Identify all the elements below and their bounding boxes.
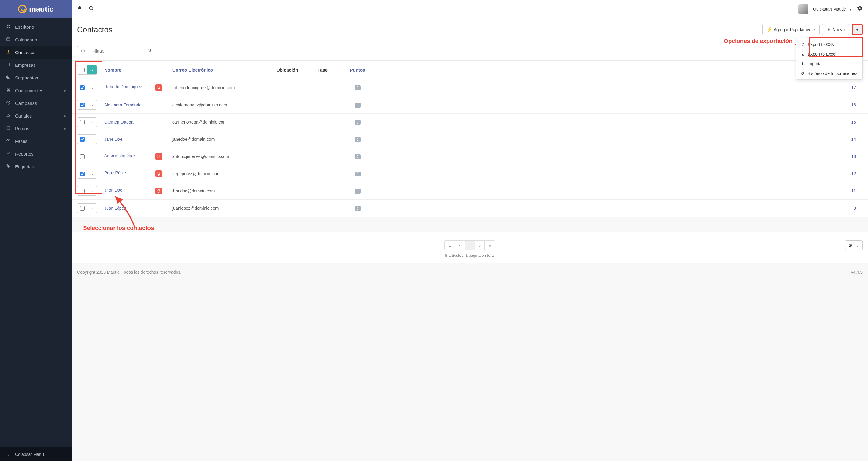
contact-id-link[interactable]: 17 [851, 85, 856, 90]
row-checkbox[interactable] [80, 86, 85, 90]
sidebar-item-empresas[interactable]: Empresas [0, 59, 72, 71]
pager-prev[interactable]: ‹ [455, 241, 465, 250]
pager-first[interactable]: « [444, 241, 455, 250]
svg-rect-3 [8, 27, 10, 28]
contact-name-link[interactable]: Roberto Domínguez [104, 84, 142, 89]
plus-icon: ＋ [827, 27, 831, 32]
sidebar-item-fases[interactable]: Fases [0, 135, 72, 147]
th-phase[interactable]: Fase [314, 61, 342, 79]
contact-id-link[interactable]: 12 [851, 171, 856, 176]
sidebar-item-campañas[interactable]: Campañas [0, 97, 72, 109]
pager-current[interactable]: 1 [465, 241, 475, 250]
th-email[interactable]: Correo Electrónico [168, 61, 273, 79]
select-all-checkbox[interactable] [80, 68, 85, 72]
sidebar-item-calendario[interactable]: Calendario [0, 33, 72, 46]
filter-search-button[interactable] [143, 45, 156, 56]
points-badge: 0 [354, 154, 361, 159]
contact-id-link[interactable]: 13 [851, 154, 856, 159]
logo[interactable]: mautic [0, 0, 72, 18]
row-actions-toggle[interactable]: ⌄ [87, 169, 97, 178]
contact-phase [314, 96, 342, 113]
select-all-actions[interactable]: ⌄ [87, 65, 97, 74]
puzzle-icon [5, 88, 11, 93]
contact-phase [314, 79, 342, 96]
row-actions-toggle[interactable]: ⌄ [87, 152, 97, 161]
sidebar-item-canales[interactable]: Canales ▶ [0, 109, 72, 122]
import-item[interactable]: ⬆ Importar [796, 59, 862, 69]
sidebar-item-reportes[interactable]: Reportes [0, 147, 72, 160]
contact-name-link[interactable]: Jhon Doe [104, 188, 122, 192]
contact-email: alexfernandez@dominio.com [168, 96, 273, 113]
row-checkbox[interactable] [80, 120, 85, 125]
pager-next[interactable]: › [475, 241, 485, 250]
contact-id-link[interactable]: 11 [851, 189, 856, 193]
sidebar-item-label: Canales [15, 113, 32, 119]
contact-email: janedoe@domain.com [168, 131, 273, 148]
contact-name-link[interactable]: Antonio Jiménez [104, 153, 136, 158]
export-excel-item[interactable]: 🗎 Export to Excel [796, 49, 862, 59]
table-row: ⌄ Jhon Doe @ jhondoe@domain.com 0 11 [72, 183, 868, 200]
filter-help-button[interactable] [77, 46, 89, 56]
row-checkbox[interactable] [80, 206, 85, 210]
contact-id-link[interactable]: 14 [851, 137, 856, 142]
export-csv-item[interactable]: 🗎 Export to CSV [796, 40, 862, 49]
th-name[interactable]: Nombre [101, 61, 168, 79]
sidebar-item-escritorio[interactable]: Escritorio [0, 21, 72, 33]
nav-collapse[interactable]: ‹ Colapsar Menú [0, 448, 72, 461]
contact-name-link[interactable]: Carmen Ortega [104, 120, 133, 125]
row-actions-toggle[interactable]: ⌄ [87, 118, 97, 127]
table-row: ⌄ Alejandro Fernández alexfernandez@domi… [72, 96, 868, 113]
row-actions-toggle[interactable]: ⌄ [87, 100, 97, 109]
table-row: ⌄ Jane Doe janedoe@domain.com 0 14 [72, 131, 868, 148]
row-actions-toggle[interactable]: ⌄ [87, 204, 97, 213]
search-icon[interactable] [89, 6, 94, 12]
sidebar-item-contactos[interactable]: Contactos [0, 46, 72, 59]
notifications-icon[interactable] [77, 6, 82, 12]
row-checkbox[interactable] [80, 137, 85, 142]
th-location[interactable]: Ubicación [273, 61, 314, 79]
contact-id-link[interactable]: 3 [854, 206, 856, 210]
sidebar-item-componentes[interactable]: Componentes ▶ [0, 84, 72, 97]
row-checkbox[interactable] [80, 103, 85, 107]
contact-id-link[interactable]: 16 [851, 102, 856, 107]
sidebar-item-label: Contactos [15, 50, 36, 55]
svg-point-8 [7, 51, 9, 52]
contact-id-link[interactable]: 15 [851, 120, 856, 125]
sidebar-item-label: Calendario [15, 37, 37, 42]
contact-email: jhondoe@domain.com [168, 183, 273, 200]
dnc-badge: @ [155, 188, 162, 194]
row-checkbox[interactable] [80, 189, 85, 193]
sidebar-item-label: Reportes [15, 151, 34, 157]
sidebar-item-etiquetas[interactable]: Etiquetas [0, 160, 72, 173]
import-history-item[interactable]: ↺ Histórico de Importaciones [796, 69, 862, 78]
quick-add-button[interactable]: ⚡ Agregar Rápidamente [762, 24, 819, 35]
contact-name-link[interactable]: Jane Doe [104, 137, 122, 142]
contacts-table-wrap: Opciones de exportación ⌄ [72, 61, 868, 217]
contact-phase [314, 148, 342, 165]
svg-point-28 [148, 49, 151, 52]
user-menu[interactable]: Quickstart Mautic ▼ [813, 7, 852, 11]
filter-input[interactable] [89, 46, 143, 56]
page-size-select[interactable]: 30 [845, 240, 863, 250]
contact-name-link[interactable]: Pepe Pérez [104, 170, 126, 175]
gear-icon[interactable] [857, 5, 863, 12]
contact-name-link[interactable]: Juan López [104, 206, 126, 210]
row-actions-toggle[interactable]: ⌄ [87, 187, 97, 195]
points-badge: 0 [354, 137, 361, 142]
contact-name-link[interactable]: Alejandro Fernández [104, 102, 144, 107]
sidebar-item-segmentos[interactable]: Segmentos [0, 71, 72, 84]
row-actions-toggle[interactable]: ⌄ [87, 83, 97, 92]
row-checkbox[interactable] [80, 172, 85, 176]
pager-last[interactable]: » [485, 241, 495, 250]
sidebar-item-puntos[interactable]: Puntos ▶ [0, 122, 72, 135]
avatar[interactable] [799, 4, 808, 14]
contact-location [273, 200, 314, 217]
actions-dropdown-toggle[interactable]: ▼ [852, 24, 863, 35]
th-points[interactable]: Puntos [342, 61, 373, 79]
new-button[interactable]: ＋ Nuevo [822, 24, 849, 35]
row-actions-toggle[interactable]: ⌄ [87, 135, 97, 144]
row-checkbox[interactable] [80, 154, 85, 159]
points-badge: 0 [354, 120, 361, 125]
table-row: ⌄ Juan López juanlopez@dominio.com 0 3 [72, 200, 868, 217]
contact-email: juanlopez@dominio.com [168, 200, 273, 217]
